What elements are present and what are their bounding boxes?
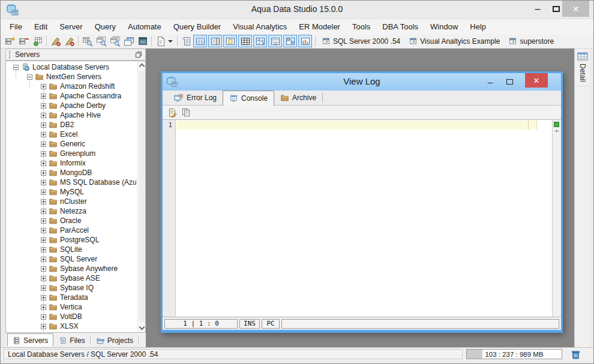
tree-item[interactable]: Vertica [7, 302, 136, 312]
menu-item[interactable]: File [4, 20, 28, 34]
tree-item[interactable]: Teradata [7, 293, 136, 302]
dialog-title-bar[interactable]: View Log – ✕ [163, 73, 561, 91]
expand-toggle-icon[interactable] [41, 247, 46, 252]
tree-item[interactable]: Sybase ASE [7, 273, 136, 283]
expand-toggle-icon[interactable] [41, 305, 46, 310]
expand-toggle-icon[interactable] [41, 276, 46, 281]
menu-item[interactable]: DBA Tools [376, 20, 424, 34]
expand-toggle-icon[interactable] [41, 228, 46, 233]
panel-tab[interactable]: Projects [91, 333, 139, 347]
menu-item[interactable]: Help [464, 20, 492, 34]
scrollbar-thumb[interactable] [139, 71, 145, 323]
document-view-button[interactable] [223, 35, 237, 47]
expand-toggle-icon[interactable] [41, 84, 46, 89]
servers-panel-header[interactable]: Servers [5, 49, 146, 61]
dialog-tab[interactable]: Console [223, 91, 274, 106]
expand-toggle-icon[interactable] [41, 237, 46, 243]
tree-item[interactable]: Apache Cassandra [7, 91, 136, 101]
tree-item[interactable]: Sybase Anywhere [7, 264, 136, 273]
panel-tab[interactable]: Files [53, 333, 90, 347]
register-server-button[interactable] [3, 35, 17, 47]
find-table-button[interactable] [80, 35, 94, 47]
tree-item[interactable]: SQL Server [7, 254, 136, 264]
expand-toggle-icon[interactable] [41, 142, 46, 147]
tree-item[interactable]: Local Database Servers [7, 62, 136, 72]
expand-toggle-icon[interactable] [41, 161, 46, 166]
menu-item[interactable]: Visual Analytics [227, 20, 293, 34]
expand-toggle-icon[interactable] [41, 199, 46, 204]
detail-tab[interactable]: Detail [575, 50, 589, 86]
garbage-collect-icon[interactable] [571, 350, 581, 360]
tree-item[interactable]: MS SQL Database (Azure) [7, 178, 136, 187]
tree-item[interactable]: MongoDB [7, 168, 136, 178]
expand-toggle-icon[interactable] [41, 122, 46, 128]
toolbar-window-button[interactable]: SQL Server 2000 .54 [317, 36, 404, 47]
float-panel-icon[interactable] [135, 51, 142, 58]
unregister-server-button[interactable] [17, 35, 31, 47]
dialog-tab[interactable]: Error Log [167, 91, 223, 105]
tree-item[interactable]: ParAccel [7, 225, 136, 235]
expand-toggle-icon[interactable] [41, 189, 46, 195]
er-diagram-view-button[interactable] [283, 35, 297, 47]
form-view-button[interactable] [208, 35, 222, 47]
list-view-button[interactable] [268, 35, 282, 47]
scroll-down-icon[interactable] [139, 324, 145, 330]
menu-item[interactable]: Window [424, 20, 464, 34]
expand-toggle-icon[interactable] [41, 180, 46, 185]
menu-item[interactable]: Tools [346, 20, 376, 34]
grid-view-button[interactable] [193, 35, 207, 47]
expand-toggle-icon[interactable] [27, 74, 32, 80]
table-view-button[interactable] [238, 35, 252, 47]
expand-toggle-icon[interactable] [41, 266, 46, 272]
copy-button[interactable] [181, 108, 191, 118]
tree-item[interactable]: nCluster [7, 197, 136, 206]
expand-toggle-icon[interactable] [13, 65, 19, 70]
dialog-close-button[interactable]: ✕ [525, 73, 548, 88]
tree-item[interactable]: Oracle [7, 216, 136, 225]
toolbar-window-button[interactable]: Visual Analtyics Example [404, 36, 504, 47]
expand-toggle-icon[interactable] [41, 314, 46, 320]
dialog-minimize-button[interactable]: – [483, 74, 497, 89]
expand-toggle-icon[interactable] [41, 151, 46, 157]
dialog-maximize-button[interactable] [502, 74, 517, 89]
tree-item[interactable]: Greenplum [7, 149, 136, 158]
expand-toggle-icon[interactable] [41, 132, 46, 137]
new-file-button[interactable] [154, 35, 167, 47]
tree-item[interactable]: SQLite [7, 245, 136, 254]
tree-item[interactable] [7, 331, 136, 332]
console-editor[interactable]: 1 [163, 119, 561, 317]
menu-item[interactable]: Query [89, 20, 122, 34]
expand-toggle-icon[interactable] [41, 324, 46, 329]
menu-item[interactable]: ER Modeler [293, 20, 346, 34]
cleanup-brush-remove-button[interactable] [62, 35, 76, 47]
chart-view-button[interactable] [298, 35, 312, 47]
cleanup-brush-button[interactable] [49, 35, 62, 47]
tree-item[interactable]: PostgreSQL [7, 235, 136, 245]
new-file-dropdown-icon[interactable] [168, 40, 173, 43]
tree-item[interactable]: Excel [7, 130, 136, 139]
tree-item[interactable]: DB2 [7, 120, 136, 130]
tree-item[interactable]: Apache Hive [7, 110, 136, 120]
expand-toggle-icon[interactable] [41, 257, 46, 262]
pivot-view-button[interactable] [253, 35, 267, 47]
panel-tab[interactable]: Servers [7, 333, 53, 347]
menu-item[interactable]: Edit [28, 20, 53, 34]
expand-toggle-icon[interactable] [41, 209, 46, 214]
tree-item[interactable]: Generic [7, 139, 136, 149]
tree-item[interactable]: Amazon Redshift [7, 82, 136, 91]
tree-item[interactable]: Informix [7, 158, 136, 168]
tree-item[interactable]: Apache Derby [7, 101, 136, 110]
expand-toggle-icon[interactable] [41, 170, 46, 176]
menu-item[interactable]: Query Builder [167, 20, 227, 34]
expand-toggle-icon[interactable] [41, 218, 46, 224]
tree-item[interactable]: VoltDB [7, 312, 136, 321]
window-stack-button[interactable] [136, 35, 149, 47]
find-table-window-button[interactable] [94, 35, 108, 47]
connect-table-button[interactable] [31, 35, 44, 47]
menu-item[interactable]: Server [53, 20, 88, 34]
dialog-tab[interactable]: Archive [274, 91, 322, 105]
scroll-up-icon[interactable] [139, 64, 145, 70]
close-button[interactable]: ✕ [562, 1, 589, 17]
expand-toggle-icon[interactable] [41, 285, 46, 291]
cascade-windows-button[interactable] [122, 35, 136, 47]
